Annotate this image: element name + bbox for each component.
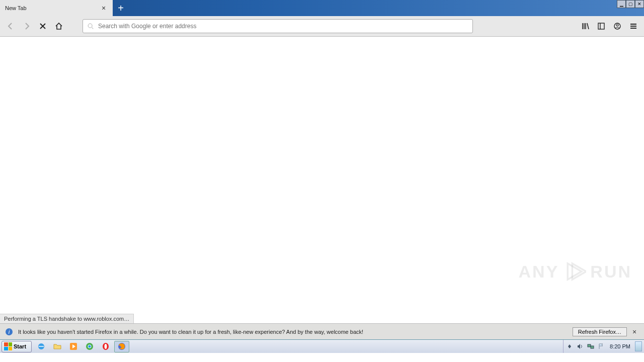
folder-icon bbox=[53, 342, 61, 350]
firefox-icon bbox=[118, 342, 126, 350]
hamburger-icon bbox=[629, 22, 637, 30]
ie-icon bbox=[37, 342, 45, 350]
notification-close-icon[interactable]: × bbox=[630, 327, 639, 336]
clock[interactable]: 8:20 PM bbox=[608, 343, 632, 349]
address-bar[interactable] bbox=[83, 19, 473, 33]
start-label: Start bbox=[14, 343, 26, 349]
svg-rect-14 bbox=[588, 344, 591, 347]
nav-toolbar bbox=[0, 16, 644, 37]
system-tray: 8:20 PM bbox=[563, 340, 644, 353]
tab-title: New Tab bbox=[5, 5, 27, 11]
svg-rect-1 bbox=[598, 23, 604, 29]
svg-point-10 bbox=[89, 345, 91, 348]
status-bar: Performing a TLS handshake to www.roblox… bbox=[0, 314, 134, 323]
windows-logo-icon bbox=[4, 342, 12, 350]
minimize-button[interactable]: ▁ bbox=[617, 0, 626, 8]
refresh-firefox-button[interactable]: Refresh Firefox… bbox=[573, 327, 627, 336]
library-icon bbox=[581, 22, 589, 30]
account-icon bbox=[613, 22, 621, 30]
menu-button[interactable] bbox=[626, 19, 641, 34]
account-button[interactable] bbox=[610, 19, 625, 34]
page-content: Performing a TLS handshake to www.roblox… bbox=[0, 37, 644, 323]
close-icon bbox=[39, 22, 47, 30]
taskbar-firefox[interactable] bbox=[114, 341, 129, 352]
taskbar-chrome[interactable] bbox=[82, 341, 97, 352]
opera-icon bbox=[102, 342, 110, 350]
browser-tab[interactable]: New Tab × bbox=[0, 0, 113, 16]
new-tab-button[interactable]: + bbox=[113, 0, 129, 16]
volume-icon[interactable] bbox=[576, 342, 584, 350]
svg-point-12 bbox=[105, 344, 107, 349]
tab-close-icon[interactable]: × bbox=[100, 4, 108, 12]
start-button[interactable]: Start bbox=[2, 341, 32, 352]
taskbar-media[interactable] bbox=[66, 341, 81, 352]
sidebar-button[interactable] bbox=[594, 19, 609, 34]
library-button[interactable] bbox=[578, 19, 593, 34]
sidebar-icon bbox=[597, 22, 605, 30]
info-icon: i bbox=[5, 328, 13, 336]
show-desktop-button[interactable] bbox=[635, 341, 642, 351]
svg-point-0 bbox=[88, 24, 92, 28]
chrome-icon bbox=[86, 342, 94, 350]
taskbar-explorer[interactable] bbox=[50, 341, 65, 352]
window-close-button[interactable]: ✕ bbox=[635, 0, 644, 8]
taskbar-opera[interactable] bbox=[98, 341, 113, 352]
window-controls: ▁ ▢ ✕ bbox=[617, 0, 644, 8]
search-icon bbox=[87, 23, 94, 30]
maximize-button[interactable]: ▢ bbox=[626, 0, 635, 8]
notification-message: It looks like you haven't started Firefo… bbox=[18, 329, 573, 335]
notification-bar: i It looks like you haven't started Fire… bbox=[0, 323, 644, 339]
taskbar-ie[interactable] bbox=[34, 341, 49, 352]
back-button[interactable] bbox=[3, 19, 18, 34]
stop-button[interactable] bbox=[35, 19, 50, 34]
svg-point-3 bbox=[616, 24, 618, 26]
network-icon[interactable] bbox=[587, 342, 595, 350]
media-icon bbox=[69, 342, 77, 350]
arrow-left-icon bbox=[7, 22, 15, 30]
flag-icon[interactable] bbox=[597, 342, 605, 350]
taskbar: Start 8:20 PM bbox=[0, 339, 644, 353]
arrow-right-icon bbox=[23, 22, 31, 30]
watermark: ANY RUN bbox=[519, 260, 632, 283]
svg-rect-15 bbox=[591, 346, 594, 348]
address-input[interactable] bbox=[98, 23, 468, 30]
tray-expand-icon[interactable] bbox=[566, 342, 574, 350]
home-icon bbox=[55, 22, 63, 30]
home-button[interactable] bbox=[51, 19, 66, 34]
titlebar: New Tab × + ▁ ▢ ✕ bbox=[0, 0, 644, 16]
forward-button[interactable] bbox=[19, 19, 34, 34]
